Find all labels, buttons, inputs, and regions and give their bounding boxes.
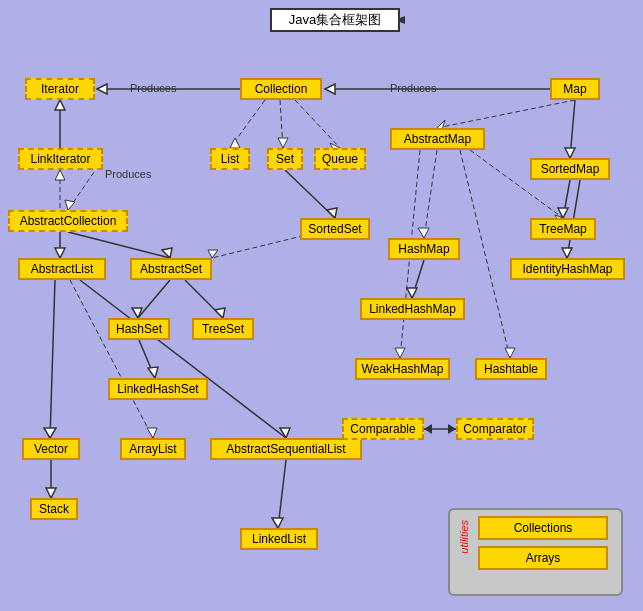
svg-marker-51 xyxy=(407,288,417,298)
svg-marker-12 xyxy=(55,170,65,180)
stack-node: Stack xyxy=(30,498,78,520)
linkedhashset-node: LinkedHashSet xyxy=(108,378,208,400)
svg-marker-53 xyxy=(395,348,405,358)
svg-marker-37 xyxy=(272,518,283,528)
set-node: Set xyxy=(267,148,303,170)
treeset-node: TreeSet xyxy=(192,318,254,340)
svg-marker-27 xyxy=(148,367,158,378)
svg-line-42 xyxy=(563,180,570,218)
svg-line-30 xyxy=(70,280,153,438)
iterator-node: Iterator xyxy=(25,78,95,100)
svg-marker-60 xyxy=(65,200,75,210)
svg-marker-31 xyxy=(147,428,157,438)
arraylist-node: ArrayList xyxy=(120,438,186,460)
svg-line-38 xyxy=(437,100,575,128)
svg-marker-58 xyxy=(448,424,456,434)
abstractcollection-node: AbstractCollection xyxy=(8,210,128,232)
abstractset-node: AbstractSet xyxy=(130,258,212,280)
svg-marker-17 xyxy=(162,248,172,258)
svg-marker-43 xyxy=(558,208,568,218)
svg-line-16 xyxy=(68,232,170,258)
hashmap-node: HashMap xyxy=(388,238,460,260)
svg-marker-6 xyxy=(230,138,240,148)
svg-line-40 xyxy=(570,100,575,158)
comparable-node: Comparable xyxy=(342,418,424,440)
weakhashmap-node: WeakHashMap xyxy=(355,358,450,380)
svg-marker-21 xyxy=(208,250,218,258)
utility-container: utilities Collections Arrays xyxy=(448,508,623,596)
hashtable-node: Hashtable xyxy=(475,358,547,380)
svg-marker-23 xyxy=(132,308,142,318)
svg-marker-62 xyxy=(55,100,65,110)
produces-label-2: Produces xyxy=(390,82,436,94)
svg-line-54 xyxy=(460,150,510,358)
hashset-node: HashSet xyxy=(108,318,170,340)
map-node: Map xyxy=(550,78,600,100)
svg-marker-41 xyxy=(565,148,575,158)
svg-line-32 xyxy=(80,280,286,438)
abstractsequentiallist-node: AbstractSequentialList xyxy=(210,438,362,460)
identityhashmap-node: IdentityHashMap xyxy=(510,258,625,280)
svg-line-9 xyxy=(295,100,340,148)
svg-marker-47 xyxy=(418,228,429,238)
utility-title: utilities xyxy=(458,520,470,554)
collections-node: Collections xyxy=(478,516,608,540)
diagram-container: Java集合框架图 Iterator Collection Map Produc… xyxy=(0,0,643,611)
svg-line-7 xyxy=(280,100,283,148)
svg-line-18 xyxy=(285,170,335,218)
queue-node: Queue xyxy=(314,148,366,170)
linkiterator-node: LinkIterator xyxy=(18,148,103,170)
svg-marker-25 xyxy=(215,308,225,318)
svg-line-24 xyxy=(185,280,223,318)
comparator-node: Comparator xyxy=(456,418,534,440)
produces-label-3: Produces xyxy=(105,168,151,180)
list-node: List xyxy=(210,148,250,170)
title-label: Java集合框架图 xyxy=(289,11,381,29)
svg-marker-29 xyxy=(44,428,56,438)
svg-line-46 xyxy=(424,150,437,238)
svg-marker-45 xyxy=(562,248,572,258)
svg-marker-4 xyxy=(325,84,335,94)
svg-marker-8 xyxy=(278,138,288,148)
svg-line-5 xyxy=(230,100,265,148)
treemap-node: TreeMap xyxy=(530,218,596,240)
svg-line-50 xyxy=(412,260,424,298)
sortedmap-node: SortedMap xyxy=(530,158,610,180)
arrays-node: Arrays xyxy=(478,546,608,570)
svg-marker-33 xyxy=(280,428,290,438)
svg-marker-55 xyxy=(505,348,515,358)
collection-node: Collection xyxy=(240,78,322,100)
sortedset-node: SortedSet xyxy=(300,218,370,240)
svg-line-26 xyxy=(139,340,155,378)
svg-marker-57 xyxy=(424,424,432,434)
title-node: Java集合框架图 xyxy=(270,8,400,32)
svg-marker-2 xyxy=(97,84,107,94)
abstractmap-node: AbstractMap xyxy=(390,128,485,150)
svg-marker-15 xyxy=(55,248,65,258)
linkedlist-node: LinkedList xyxy=(240,528,318,550)
produces-label-1: Produces xyxy=(130,82,176,94)
vector-node: Vector xyxy=(22,438,80,460)
svg-marker-19 xyxy=(327,208,337,218)
linkedhashmap-node: LinkedHashMap xyxy=(360,298,465,320)
svg-line-28 xyxy=(50,280,55,438)
svg-marker-35 xyxy=(46,488,56,498)
svg-line-22 xyxy=(138,280,170,318)
svg-line-36 xyxy=(278,460,286,528)
abstractlist-node: AbstractList xyxy=(18,258,106,280)
